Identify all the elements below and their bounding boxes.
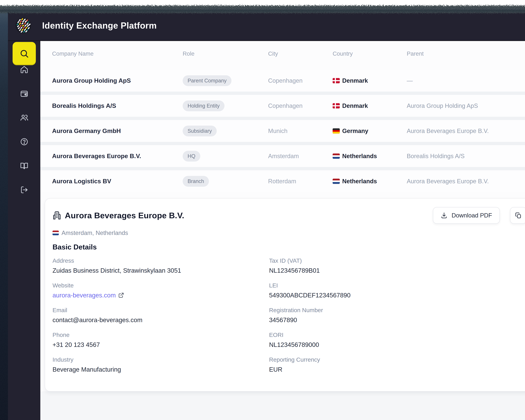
external-link-icon[interactable] <box>118 292 124 298</box>
download-pdf-label: Download PDF <box>451 212 492 219</box>
table-row[interactable]: Aurora Germany GmbH Subsidiary Munich Ge… <box>40 120 525 142</box>
table-row[interactable]: Borealis Holdings A/S Holding Entity Cop… <box>40 95 525 117</box>
cell-parent: Borealis Holdings A/S <box>407 153 525 159</box>
cell-parent: Aurora Beverages Europe B.V. <box>407 128 525 134</box>
cell-parent: Aurora Group Holding ApS <box>407 102 525 109</box>
field-value: 34567890 <box>269 316 525 324</box>
cell-country: Denmark <box>333 77 407 84</box>
cell-company-name: Aurora Logistics BV <box>52 178 183 185</box>
cell-role: Branch <box>183 176 268 187</box>
detail-location: Amsterdam, Netherlands <box>53 229 525 236</box>
app-title: Identity Exchange Platform <box>42 20 157 31</box>
app-logo-mosaic-icon <box>15 17 31 34</box>
sidebar-item-help[interactable] <box>17 137 32 146</box>
detail-field: Registration Number 34567890 <box>269 307 525 324</box>
cell-company-name: Aurora Beverages Europe B.V. <box>52 152 183 160</box>
help-circle-icon <box>20 138 28 146</box>
cell-company-name: Aurora Germany GmbH <box>52 127 183 134</box>
country-flag-icon <box>333 128 340 133</box>
location-flag-icon <box>53 231 59 235</box>
sidebar <box>8 41 40 420</box>
detail-field: EORI NL123456789000 <box>269 332 525 348</box>
country-flag-icon <box>333 179 340 184</box>
cell-country: Netherlands <box>333 153 407 159</box>
sidebar-item-logout[interactable] <box>17 186 32 194</box>
main-content: Company Name Role City Country Parent Au… <box>40 41 525 420</box>
cell-city: Copenhagen <box>268 77 333 84</box>
table-header-row: Company Name Role City Country Parent <box>40 41 525 66</box>
company-table: Company Name Role City Country Parent Au… <box>40 41 525 192</box>
building-icon <box>53 211 61 220</box>
cell-city: Copenhagen <box>268 102 333 109</box>
download-pdf-button[interactable]: Download PDF <box>433 207 500 224</box>
table-row[interactable]: Aurora Logistics BV Branch Rotterdam Net… <box>40 170 525 192</box>
field-label: Email <box>53 307 269 314</box>
cell-parent: — <box>407 77 525 84</box>
logout-icon <box>20 186 28 194</box>
detail-fields: Address Zuidas Business District, Strawi… <box>53 257 525 381</box>
cell-country: Germany <box>333 128 407 134</box>
book-open-icon <box>20 162 28 170</box>
fields-left-column: Address Zuidas Business District, Strawi… <box>53 257 269 381</box>
copy-button[interactable] <box>510 207 525 224</box>
sidebar-item-wallet[interactable] <box>17 89 32 98</box>
field-label: Website <box>53 282 269 289</box>
wallet-icon <box>20 89 28 98</box>
download-icon <box>441 212 448 219</box>
basic-details-heading: Basic Details <box>53 243 525 251</box>
cell-role: Parent Company <box>183 75 268 86</box>
detail-section: Aurora Beverages Europe B.V. Download PD… <box>40 192 525 420</box>
column-header-city: City <box>268 50 333 57</box>
detail-field: Tax ID (VAT) NL123456789B01 <box>269 257 525 274</box>
cell-role: Holding Entity <box>183 101 268 111</box>
cell-company-name: Aurora Group Holding ApS <box>52 77 183 84</box>
field-label: Phone <box>53 332 269 338</box>
field-value: EUR <box>269 366 525 373</box>
column-header-country: Country <box>333 50 407 57</box>
cell-company-name: Borealis Holdings A/S <box>52 102 183 109</box>
field-label: Registration Number <box>269 307 525 314</box>
field-value: Zuidas Business District, Strawinskylaan… <box>53 267 269 274</box>
backdrop-left-texture <box>0 0 8 420</box>
cell-country: Netherlands <box>333 178 407 185</box>
role-badge: HQ <box>183 151 200 162</box>
field-value: NL123456789B01 <box>269 267 525 274</box>
field-value: 549300ABCDEF1234567890 <box>269 291 525 299</box>
field-label: LEI <box>269 282 525 289</box>
column-header-role: Role <box>183 50 268 57</box>
table-row[interactable]: Aurora Beverages Europe B.V. HQ Amsterda… <box>40 145 525 167</box>
role-badge: Subsidiary <box>183 126 217 136</box>
role-badge: Holding Entity <box>183 101 225 111</box>
cell-city: Amsterdam <box>268 153 333 159</box>
fields-right-column: Tax ID (VAT) NL123456789B01 LEI <box>269 257 525 381</box>
field-label: EORI <box>269 332 525 338</box>
country-flag-icon <box>333 78 340 83</box>
cell-city: Munich <box>268 128 333 134</box>
detail-field: Phone +31 20 123 4567 <box>53 332 269 348</box>
copy-icon <box>515 212 522 219</box>
column-header-company-name: Company Name <box>52 50 183 57</box>
company-detail-card: Aurora Beverages Europe B.V. Download PD… <box>45 198 525 392</box>
app-window: Identity Exchange Platform <box>8 11 525 420</box>
field-label: Industry <box>53 356 269 363</box>
users-icon <box>20 113 28 122</box>
sidebar-item-book[interactable] <box>17 161 32 170</box>
sidebar-item-search[interactable] <box>13 42 36 65</box>
detail-field: Website aurora-beverages.com <box>53 282 269 299</box>
app-header: Identity Exchange Platform <box>8 11 525 41</box>
cell-role: Subsidiary <box>183 126 268 136</box>
sidebar-item-home[interactable] <box>17 65 32 74</box>
field-value: NL123456789000 <box>269 341 525 348</box>
field-value: Beverage Manufacturing <box>53 366 269 373</box>
sidebar-item-users[interactable] <box>17 113 32 122</box>
search-icon <box>19 48 29 59</box>
field-value: aurora-beverages.com <box>53 291 269 299</box>
page-footer-band <box>40 392 525 420</box>
cell-city: Rotterdam <box>268 178 333 185</box>
column-header-parent: Parent <box>407 50 525 57</box>
country-flag-icon <box>333 103 340 108</box>
table-row[interactable]: Aurora Group Holding ApS Parent Company … <box>40 70 525 92</box>
detail-field: Email contact@aurora-beverages.com <box>53 307 269 324</box>
role-badge: Branch <box>183 176 209 187</box>
table-body: Aurora Group Holding ApS Parent Company … <box>40 70 525 192</box>
